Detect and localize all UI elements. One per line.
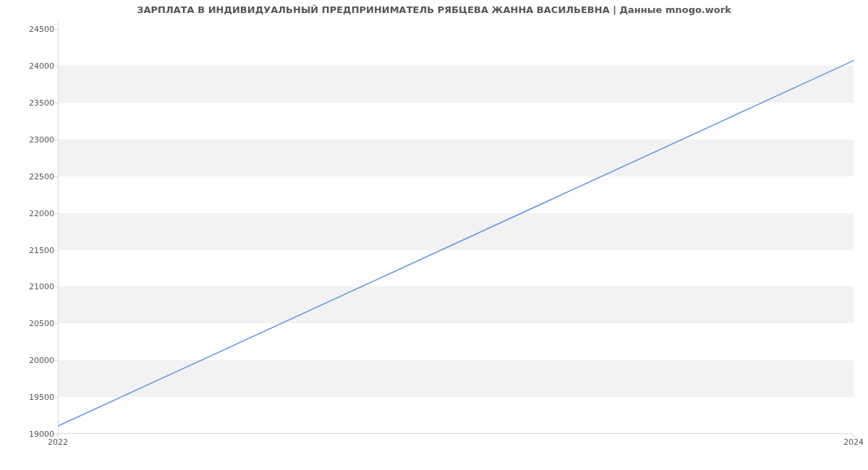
y-tick-mark (54, 250, 58, 251)
line-layer (59, 22, 854, 433)
x-tick-mark (58, 434, 59, 437)
gridline (59, 434, 854, 435)
y-tick-mark (54, 397, 58, 398)
y-tick-label: 21000 (11, 282, 54, 291)
y-tick-label: 22000 (11, 208, 54, 218)
y-tick-mark (54, 323, 58, 324)
y-tick-mark (54, 286, 58, 287)
y-tick-label: 23000 (11, 134, 54, 144)
y-tick-mark (54, 360, 58, 361)
y-tick-mark (54, 140, 58, 140)
y-tick-label: 24500 (11, 25, 54, 34)
y-tick-mark (54, 213, 58, 214)
y-tick-label: 20000 (11, 356, 54, 365)
y-tick-mark (54, 66, 58, 67)
chart-container: ЗАРПЛАТА В ИНДИВИДУАЛЬНЫЙ ПРЕДПРИНИМАТЕЛ… (0, 0, 868, 470)
y-tick-label: 23500 (11, 98, 54, 107)
series-line (59, 61, 854, 426)
y-tick-label: 22500 (11, 171, 54, 181)
y-tick-mark (54, 103, 58, 103)
x-tick-mark (854, 434, 854, 437)
y-tick-label: 20500 (11, 319, 54, 328)
y-tick-label: 21500 (11, 245, 54, 255)
y-tick-label: 24000 (11, 61, 54, 71)
y-tick-label: 19500 (11, 393, 54, 402)
plot-area (58, 22, 854, 434)
y-tick-mark (54, 29, 58, 30)
x-tick-label: 2022 (48, 437, 68, 447)
chart-title: ЗАРПЛАТА В ИНДИВИДУАЛЬНЫЙ ПРЕДПРИНИМАТЕЛ… (0, 4, 868, 15)
x-tick-label: 2024 (843, 437, 864, 447)
y-tick-mark (54, 176, 58, 177)
